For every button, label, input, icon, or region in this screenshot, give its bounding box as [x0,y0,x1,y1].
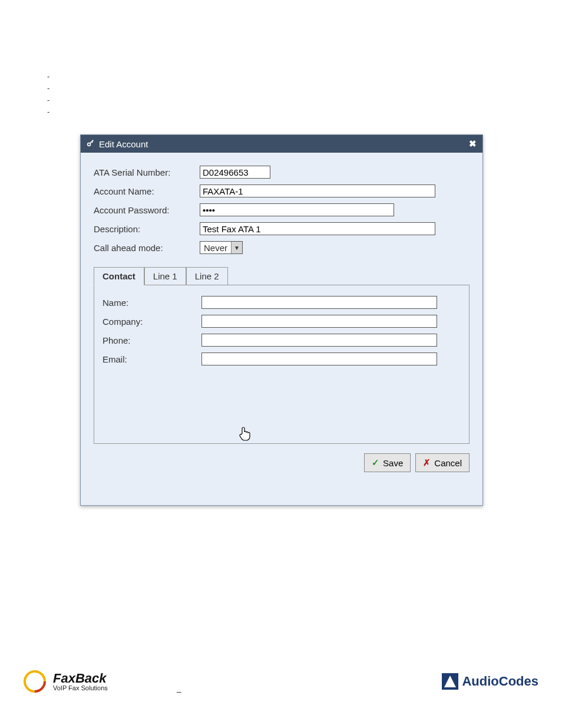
page-bullets [47,71,49,118]
contact-name-label: Name: [103,298,201,308]
callahead-label: Call ahead mode: [94,243,200,253]
contact-panel: Name: Company: Phone: Email: [94,285,470,444]
faxback-logo: FaxBack VoIP Fax Solutions [24,670,108,693]
cross-icon: ✗ [423,457,431,468]
dialog-title: Edit Account [99,139,148,149]
contact-company-input[interactable] [201,315,437,328]
account-name-label: Account Name: [94,186,200,196]
tabs-strip: Contact Line 1 Line 2 [94,267,470,285]
edit-account-dialog: Edit Account ✖ ATA Serial Number: Accoun… [80,134,483,506]
callahead-value: Never [200,243,231,253]
faxback-swirl-icon [24,670,49,693]
svg-line-2 [92,141,93,143]
description-label: Description: [94,224,200,234]
contact-name-input[interactable] [201,296,437,309]
footer-dash: – [177,687,181,696]
tab-line1[interactable]: Line 1 [144,267,186,285]
audiocodes-mark-icon [442,673,458,690]
page-footer: FaxBack VoIP Fax Solutions AudioCodes [0,670,562,693]
contact-email-input[interactable] [201,353,437,365]
tab-line2[interactable]: Line 2 [186,267,228,285]
faxback-tagline: VoIP Fax Solutions [53,685,108,691]
cancel-button-label: Cancel [434,458,462,468]
key-icon [87,139,94,149]
serial-label: ATA Serial Number: [94,167,200,177]
contact-email-label: Email: [103,354,201,364]
cancel-button[interactable]: ✗ Cancel [415,453,470,472]
dialog-body: ATA Serial Number: Account Name: Account… [81,153,482,478]
account-name-input[interactable] [200,185,435,197]
callahead-select[interactable]: Never ▼ [200,241,243,254]
contact-phone-label: Phone: [103,335,201,345]
contact-company-label: Company: [103,317,201,327]
chevron-down-icon: ▼ [231,242,242,253]
save-button[interactable]: ✓ Save [364,453,411,472]
check-icon: ✓ [372,457,379,468]
close-icon[interactable]: ✖ [469,139,477,149]
contact-phone-input[interactable] [201,334,437,347]
account-password-label: Account Password: [94,205,200,215]
save-button-label: Save [383,458,403,468]
audiocodes-brand: AudioCodes [462,674,538,689]
account-password-input[interactable] [200,203,394,216]
dialog-titlebar: Edit Account ✖ [81,135,482,153]
tab-contact[interactable]: Contact [94,267,144,285]
description-input[interactable] [200,222,435,235]
serial-input[interactable] [200,166,270,179]
audiocodes-logo: AudioCodes [442,673,538,690]
faxback-brand: FaxBack [53,672,108,685]
dialog-button-row: ✓ Save ✗ Cancel [94,453,470,472]
